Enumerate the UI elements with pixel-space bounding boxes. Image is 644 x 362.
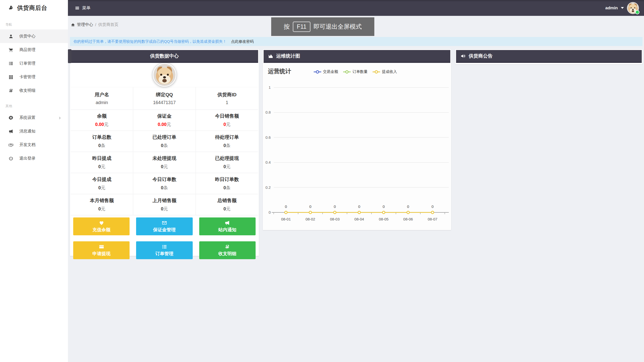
bullhorn-icon [9,129,13,134]
app-window: 供货商后台 导航供货中心商品管理订单管理卡密管理收支明细其他系统设置消息通知开发… [0,0,644,362]
sidebar-item-supply-center[interactable]: 供货中心 [0,29,68,43]
menu-button[interactable]: 菜单 [68,0,98,16]
card-icon [99,244,104,249]
stat-value: 164471317 [153,100,176,105]
online-status-dot [635,10,639,14]
stat-cell: 今日销售额0元 [196,110,258,131]
bars-icon [75,6,79,10]
stat-cell: 待处理订单0条 [196,131,258,152]
sidebar-item-logout[interactable]: 退出登录 [0,152,68,165]
sidebar-item-income-expense-detail[interactable]: 收支明细 [0,84,68,97]
action-button-label: 保证金管理 [153,227,176,233]
sidebar-item-card-secret-management[interactable]: 卡密管理 [0,70,68,84]
stat-unit: 元 [101,206,105,211]
rocket-icon [8,5,14,11]
chart-panel-title: 运维统计图 [276,53,300,59]
toast-prefix: 按 [284,23,290,31]
notice-panel-header: 供货商公告 [456,50,642,63]
change-password-link[interactable]: 点此修改密码 [231,39,254,43]
stat-cell: 用户名admin [71,87,133,110]
stat-cell: 本月销售额0元 [71,194,133,215]
stat-value: 0 [223,164,226,169]
breadcrumb-separator: / [95,23,96,27]
stat-unit: 条 [164,185,168,190]
stat-cell: 订单总数0条 [71,131,133,152]
data-center-header: 供货数据中心 [71,50,258,63]
sidebar-item-message-notification[interactable]: 消息通知 [0,124,68,138]
stat-label: 用户名 [71,92,133,98]
stat-label: 待处理订单 [196,134,258,141]
stat-cell: 余额0.00元 [71,110,133,131]
sidebar-section-label: 导航 [6,22,68,27]
sidebar-item-label: 系统设置 [19,115,35,120]
apply-withdraw-button[interactable]: 申请提现 [73,241,130,259]
topbar: 菜单 admin [68,0,644,16]
svg-text:08-05: 08-05 [379,217,388,221]
stat-label: 余额 [71,113,133,119]
user-menu[interactable]: admin [605,0,639,16]
profile-avatar [153,63,176,87]
list-icon [162,244,167,249]
stat-value: 0 [98,206,101,211]
volume-icon [461,54,466,59]
stat-label: 已处理订单 [134,134,195,141]
app-title: 供货商后台 [17,4,47,12]
hash-icon [225,244,230,249]
cart-icon [9,48,13,52]
sidebar-scrollbar-thumb[interactable] [68,49,71,63]
stat-unit: 条 [164,143,168,148]
stat-value: 0 [161,164,163,169]
area-chart-icon [268,54,273,59]
stat-unit: 元 [226,164,230,169]
svg-text:08-06: 08-06 [403,217,413,221]
sidebar-item-dev-docs[interactable]: 开发文档 [0,138,68,152]
income-expense-detail-button[interactable]: 收支明细 [199,241,256,259]
stat-value: 0.00 [95,122,104,127]
stat-unit: 条 [101,143,105,148]
svg-text:0: 0 [269,210,271,214]
stat-value: 0.00 [158,122,167,127]
stat-label: 今日提成 [71,176,133,183]
stat-unit: 条 [226,143,230,148]
svg-text:08-02: 08-02 [306,217,315,221]
site-notice-button[interactable]: 站内通知 [199,217,256,235]
sidebar-item-order-management[interactable]: 订单管理 [0,57,68,70]
stat-cell: 未处理提现0元 [133,152,195,173]
stat-label: 今日订单数 [134,176,195,183]
sidebar-item-system-settings[interactable]: 系统设置 [0,111,68,124]
stat-value: 0 [161,185,163,190]
stat-cell: 保证金0.00元 [133,110,195,131]
stat-label: 订单总数 [71,134,133,141]
avatar[interactable] [627,2,639,14]
home-icon [71,23,75,27]
stat-value: 0 [223,206,226,211]
stat-label: 昨日提成 [71,155,133,162]
breadcrumb-home[interactable]: 管理中心 [77,22,93,27]
notice-panel-title: 供货商公告 [469,53,493,59]
sidebar-item-label: 商品管理 [19,47,35,53]
stat-unit: 元 [101,164,105,169]
recharge-balance-button[interactable]: 充值余额 [73,217,130,235]
svg-text:08-04: 08-04 [354,217,364,221]
deposit-management-button[interactable]: 保证金管理 [136,217,192,235]
stat-unit: 条 [226,185,230,190]
svg-text:0.2: 0.2 [265,185,271,190]
sidebar-item-product-management[interactable]: 商品管理 [0,43,68,57]
stat-cell: 总销售额0元 [196,194,258,215]
stat-unit: 元 [164,206,168,211]
chevron-right-icon [58,116,61,119]
sidebar-item-label: 退出登录 [19,156,35,161]
stat-cell: 今日提成0元 [71,173,133,194]
sidebar-item-label: 开发文档 [19,142,35,148]
data-center-title: 供货数据中心 [150,53,179,59]
svg-text:0: 0 [431,204,433,209]
stat-label: 本月销售额 [71,197,133,204]
sidebar: 供货商后台 导航供货中心商品管理订单管理卡密管理收支明细其他系统设置消息通知开发… [0,0,68,362]
order-management-button[interactable]: 订单管理 [136,241,192,259]
svg-text:08-07: 08-07 [428,217,437,221]
stat-cell: 已处理订单0条 [133,131,195,152]
stat-cell: 今日订单数0条 [133,173,195,194]
stat-cell: 供货商ID1 [196,87,258,110]
breadcrumb: 管理中心 / 供货商首页 [71,22,118,27]
stat-label: 已处理提现 [196,155,258,162]
